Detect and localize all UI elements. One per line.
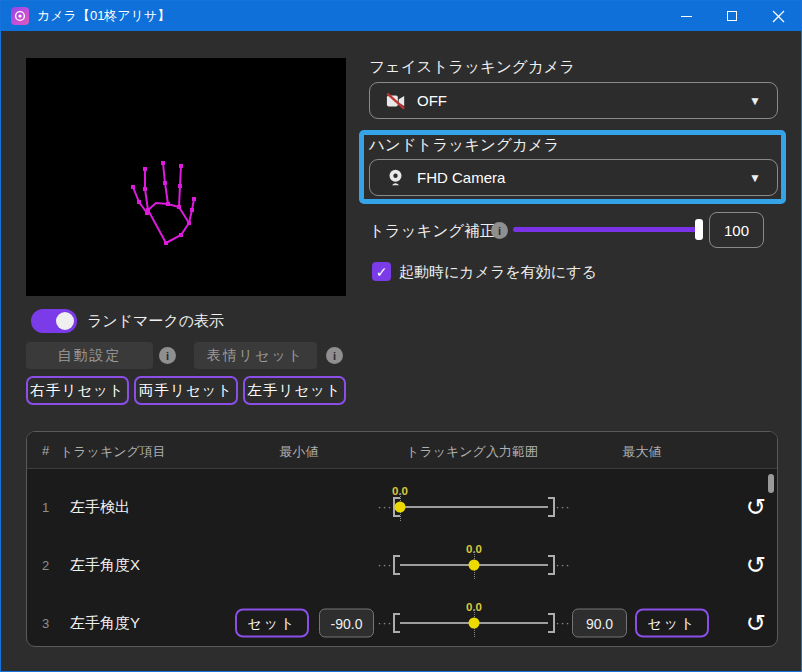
range-slider[interactable]: ··· 0.0 ··· <box>377 613 571 633</box>
max-value-input[interactable]: 90.0 <box>572 609 627 638</box>
maximize-icon <box>727 11 737 21</box>
range-slider[interactable]: ··· 0.0 ··· <box>377 497 571 517</box>
hand-camera-value: FHD Camera <box>417 169 505 186</box>
webcam-icon <box>385 168 407 188</box>
header-max: 最大値 <box>623 443 662 461</box>
slider-dot[interactable] <box>469 560 480 571</box>
info-icon[interactable]: i <box>326 347 343 364</box>
auto-setting-button[interactable]: 自動設定 <box>26 342 153 369</box>
tracking-correction-slider[interactable] <box>513 227 701 232</box>
min-bracket-handle[interactable] <box>393 555 399 575</box>
table-row: 3 左手角度Y セット -90.0 ··· 0.0 ··· 90.0 セット <box>27 594 777 652</box>
left-hand-reset-button[interactable]: 左手リセット <box>243 376 346 405</box>
extend-dots-icon: ··· <box>377 500 393 514</box>
hand-landmarks <box>26 58 346 296</box>
range-slider[interactable]: ··· 0.0 ··· <box>377 555 571 575</box>
max-bracket-handle[interactable] <box>549 613 555 633</box>
minimize-button[interactable] <box>663 1 709 31</box>
reset-icon: ↺ <box>746 609 766 636</box>
camera-window: カメラ【01柊アリサ】 フェイストラッキングカメラ OFF ▼ <box>0 0 802 672</box>
extend-dots-icon: ··· <box>377 616 393 630</box>
enable-on-startup-label: 起動時にカメラを有効にする <box>399 263 597 282</box>
table-row: 1 左手検出 ··· 0.0 ··· ↺ <box>27 478 777 536</box>
max-bracket-handle[interactable] <box>549 555 555 575</box>
face-camera-dropdown[interactable]: OFF ▼ <box>369 82 778 119</box>
extend-dots-icon: ··· <box>555 500 571 514</box>
table-row: 2 左手角度X ··· 0.0 ··· ↺ <box>27 536 777 594</box>
window-title: カメラ【01柊アリサ】 <box>37 7 170 25</box>
chevron-down-icon: ▼ <box>749 171 761 185</box>
reset-icon: ↺ <box>746 493 766 520</box>
row-index: 1 <box>42 500 60 515</box>
min-bracket-handle[interactable] <box>393 613 399 633</box>
table-header: # トラッキング項目 最小値 トラッキング入力範囲 最大値 <box>27 432 777 469</box>
extend-dots-icon: ··· <box>555 558 571 572</box>
maximize-button[interactable] <box>709 1 755 31</box>
row-reset-button[interactable]: ↺ <box>742 611 770 635</box>
tracking-correction-label: トラッキング補正 <box>369 221 495 242</box>
row-reset-button[interactable]: ↺ <box>742 495 770 519</box>
slider-track[interactable]: 0.0 <box>400 622 548 624</box>
tracking-correction-value[interactable]: 100 <box>709 212 764 248</box>
reset-icon: ↺ <box>746 551 766 578</box>
min-value-input[interactable]: -90.0 <box>319 609 374 638</box>
header-range: トラッキング入力範囲 <box>406 443 538 461</box>
landmark-toggle-label: ランドマークの表示 <box>87 312 224 331</box>
row-label: 左手検出 <box>70 498 130 517</box>
set-max-button[interactable]: セット <box>635 609 709 638</box>
titlebar: カメラ【01柊アリサ】 <box>1 1 801 31</box>
row-label: 左手角度X <box>70 556 140 575</box>
row-index: 2 <box>42 558 60 573</box>
face-camera-label: フェイストラッキングカメラ <box>369 57 575 78</box>
both-hand-reset-button[interactable]: 両手リセット <box>134 376 238 405</box>
info-icon[interactable]: i <box>491 222 508 239</box>
extend-dots-icon: ··· <box>555 616 571 630</box>
row-index: 3 <box>42 616 60 631</box>
camera-off-icon <box>385 91 407 111</box>
header-index: # <box>42 443 49 458</box>
max-bracket-handle[interactable] <box>549 497 555 517</box>
right-hand-reset-button[interactable]: 右手リセット <box>26 376 129 405</box>
expression-reset-button[interactable]: 表情リセット <box>194 342 317 369</box>
slider-track[interactable]: 0.0 <box>400 564 548 566</box>
slider-dot[interactable] <box>395 502 406 513</box>
hand-camera-label: ハンドトラッキングカメラ <box>369 135 559 156</box>
app-logo-icon <box>11 7 29 25</box>
minimize-icon <box>681 16 692 17</box>
info-icon[interactable]: i <box>159 347 176 364</box>
row-label: 左手角度Y <box>70 614 140 633</box>
row-reset-button[interactable]: ↺ <box>742 553 770 577</box>
header-min: 最小値 <box>280 443 319 461</box>
close-icon <box>772 10 785 23</box>
close-button[interactable] <box>755 1 801 31</box>
face-camera-value: OFF <box>417 92 447 109</box>
slider-thumb[interactable] <box>695 219 703 240</box>
slider-dot[interactable] <box>469 618 480 629</box>
extend-dots-icon: ··· <box>377 558 393 572</box>
landmark-toggle[interactable] <box>31 309 77 333</box>
window-controls <box>663 1 801 31</box>
toggle-knob <box>56 312 74 330</box>
slider-track[interactable]: 0.0 <box>400 506 548 508</box>
tracking-table: # トラッキング項目 最小値 トラッキング入力範囲 最大値 1 左手検出 ···… <box>26 431 778 647</box>
enable-on-startup-checkbox[interactable]: ✓ <box>372 262 391 281</box>
check-icon: ✓ <box>376 264 388 280</box>
chevron-down-icon: ▼ <box>749 94 761 108</box>
set-min-button[interactable]: セット <box>235 609 309 638</box>
header-item: トラッキング項目 <box>60 443 166 461</box>
hand-camera-dropdown[interactable]: FHD Camera ▼ <box>369 159 778 196</box>
camera-preview <box>26 58 346 296</box>
